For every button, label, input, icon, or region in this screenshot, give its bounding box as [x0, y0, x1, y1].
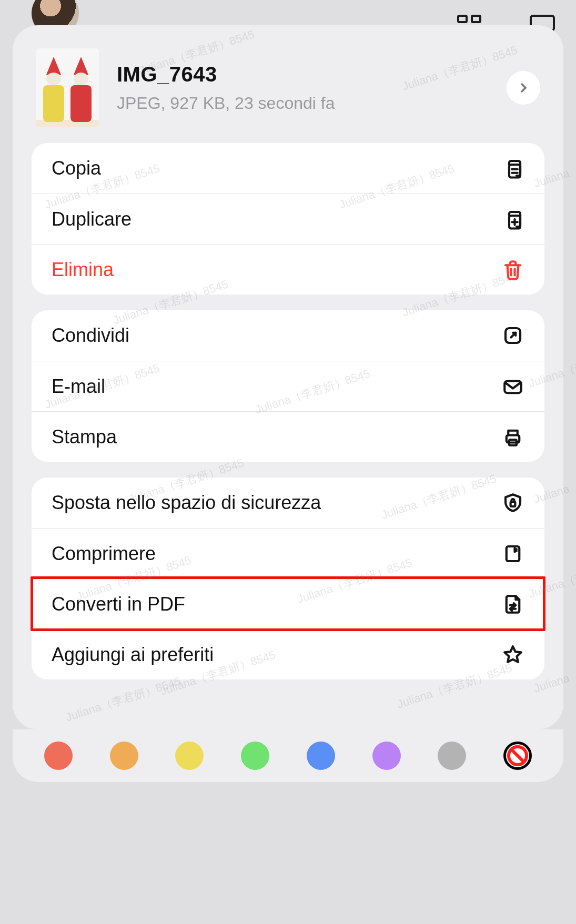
- file-thumbnail: [36, 48, 99, 127]
- menu-row-delete[interactable]: Elimina: [32, 244, 544, 295]
- menu-row-label: Elimina: [52, 259, 501, 281]
- file-details-button[interactable]: [507, 71, 540, 105]
- menu-row-move-secure[interactable]: Sposta nello spazio di sicurezza: [32, 478, 544, 528]
- file-subtitle: JPEG, 927 KB, 23 secondi fa: [117, 94, 489, 113]
- menu-row-share[interactable]: Condividi: [32, 310, 544, 361]
- sheet-header: IMG_7643 JPEG, 927 KB, 23 secondi fa: [13, 25, 563, 143]
- menu-row-label: Duplicare: [52, 208, 501, 230]
- chevron-right-icon: [517, 82, 530, 94]
- menu-row-label: E-mail: [52, 375, 501, 398]
- color-tag-green[interactable]: [241, 742, 269, 770]
- color-tag-blue[interactable]: [307, 742, 335, 770]
- menu-row-compress[interactable]: Comprimere: [32, 528, 544, 578]
- mail-icon: [501, 375, 524, 398]
- menu-row-label: Stampa: [52, 426, 501, 448]
- trash-icon: [501, 258, 524, 281]
- star-icon: [501, 643, 524, 666]
- share-icon: [501, 324, 524, 347]
- menu-group: CondividiE-mailStampa: [32, 310, 544, 462]
- color-tag-yellow[interactable]: [175, 742, 204, 770]
- menu-group: Sposta nello spazio di sicurezzaComprime…: [32, 478, 544, 679]
- color-tag-purple[interactable]: [372, 742, 401, 770]
- copy-icon: [501, 157, 524, 180]
- menu-group: CopiaDuplicareElimina: [32, 143, 544, 295]
- convert-icon: [501, 593, 524, 616]
- archive-icon: [501, 542, 524, 565]
- color-tag-row: [13, 729, 563, 782]
- menu-row-print[interactable]: Stampa: [32, 411, 544, 462]
- menu-row-label: Copia: [52, 157, 501, 179]
- menu-row-label: Condividi: [52, 324, 501, 347]
- file-meta: IMG_7643 JPEG, 927 KB, 23 secondi fa: [117, 63, 489, 113]
- menu-row-duplicate[interactable]: Duplicare: [32, 194, 544, 244]
- color-tag-red[interactable]: [44, 742, 73, 770]
- shield-lock-icon: [501, 491, 524, 514]
- duplicate-icon: [501, 208, 524, 231]
- menu-row-label: Aggiungi ai preferiti: [52, 644, 501, 666]
- no-tag-button[interactable]: [503, 742, 532, 770]
- menu-row-label: Sposta nello spazio di sicurezza: [52, 492, 501, 514]
- file-title: IMG_7643: [117, 63, 489, 86]
- color-tag-orange[interactable]: [110, 742, 138, 770]
- menu-row-email[interactable]: E-mail: [32, 361, 544, 411]
- color-tag-gray[interactable]: [438, 742, 466, 770]
- printer-icon: [501, 425, 524, 449]
- menu-row-label: Converti in PDF: [52, 593, 501, 615]
- menu-row-convert-pdf[interactable]: Converti in PDF: [32, 578, 544, 629]
- menu-row-label: Comprimere: [52, 543, 501, 565]
- menu-row-copy[interactable]: Copia: [32, 143, 544, 194]
- menu-row-favorite[interactable]: Aggiungi ai preferiti: [32, 629, 544, 679]
- action-sheet: IMG_7643 JPEG, 927 KB, 23 secondi fa Cop…: [13, 25, 563, 729]
